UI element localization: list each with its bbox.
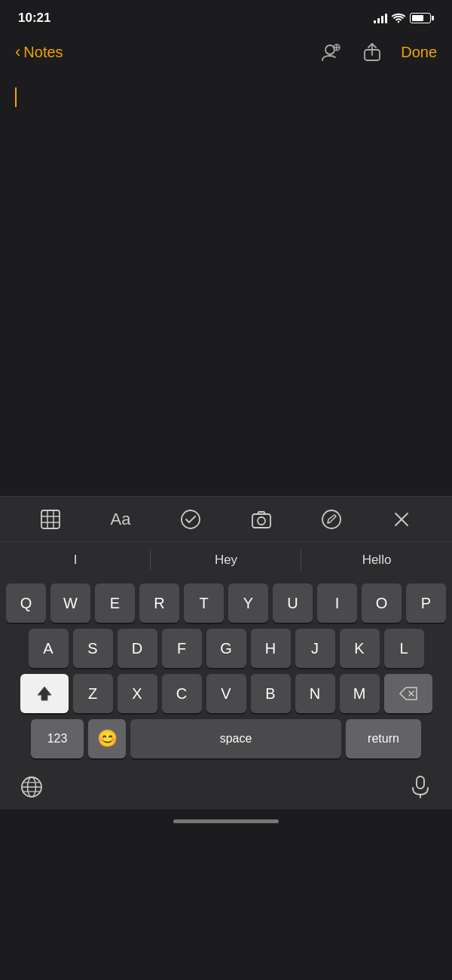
status-time: 10:21 (18, 11, 50, 26)
svg-point-0 (325, 45, 334, 54)
key-y[interactable]: Y (228, 583, 268, 623)
key-r[interactable]: R (139, 583, 179, 623)
back-button[interactable]: ‹ Notes (15, 42, 63, 62)
autocomplete-item-3[interactable]: Hello (301, 542, 452, 577)
autocomplete-bar: I Hey Hello (0, 541, 452, 577)
svg-marker-17 (38, 687, 51, 700)
table-button[interactable] (37, 506, 64, 533)
format-label: Aa (111, 510, 131, 529)
return-button[interactable]: return (346, 719, 421, 758)
home-bar (173, 819, 279, 823)
svg-point-14 (322, 510, 341, 528)
key-o[interactable]: O (362, 583, 402, 623)
key-f[interactable]: F (162, 629, 202, 668)
shift-button[interactable] (20, 674, 69, 713)
keyboard-row-2: A S D F G H J K L (2, 629, 450, 668)
key-w[interactable]: W (50, 583, 90, 623)
keyboard: Q W E R T Y U I O P A S D F G H J K L Z … (0, 577, 452, 767)
key-x[interactable]: X (118, 674, 157, 713)
key-g[interactable]: G (206, 629, 246, 668)
keyboard-row-3: Z X C V B N M (2, 674, 450, 713)
keyboard-bottom-bar (0, 767, 452, 810)
back-label: Notes (23, 44, 63, 61)
numbers-label: 123 (47, 732, 68, 746)
svg-rect-12 (252, 514, 270, 528)
battery-icon (410, 13, 434, 23)
status-icons (374, 13, 434, 23)
space-button[interactable]: space (130, 719, 341, 758)
keyboard-row-4: 123 😊 space return (2, 719, 450, 758)
key-a[interactable]: A (29, 629, 69, 668)
add-collaborator-button[interactable] (319, 40, 344, 64)
key-m[interactable]: M (340, 674, 380, 713)
emoji-button[interactable]: 😊 (88, 719, 126, 758)
autocomplete-item-2[interactable]: Hey (151, 542, 301, 577)
key-e[interactable]: E (95, 583, 135, 623)
key-v[interactable]: V (206, 674, 246, 713)
home-indicator (0, 810, 452, 832)
nav-bar: ‹ Notes Done (0, 33, 452, 74)
key-c[interactable]: C (162, 674, 202, 713)
key-b[interactable]: B (251, 674, 291, 713)
svg-point-13 (258, 517, 265, 525)
back-chevron-icon: ‹ (15, 42, 20, 62)
return-label: return (368, 732, 399, 746)
format-button[interactable]: Aa (107, 506, 134, 533)
key-i[interactable]: I (317, 583, 357, 623)
svg-rect-6 (41, 510, 60, 528)
drawing-button[interactable] (318, 506, 345, 533)
key-h[interactable]: H (251, 629, 291, 668)
key-s[interactable]: S (73, 629, 113, 668)
autocomplete-item-1[interactable]: I (0, 542, 151, 577)
key-q[interactable]: Q (6, 583, 46, 623)
microphone-button[interactable] (407, 773, 434, 801)
text-cursor (15, 87, 17, 107)
checklist-button[interactable] (177, 506, 204, 533)
done-button[interactable]: Done (401, 44, 437, 61)
key-j[interactable]: J (295, 629, 335, 668)
key-p[interactable]: P (406, 583, 446, 623)
numbers-button[interactable]: 123 (31, 719, 84, 758)
nav-actions: Done (319, 40, 437, 64)
svg-rect-25 (417, 776, 424, 789)
globe-button[interactable] (18, 773, 45, 801)
keyboard-row-1: Q W E R T Y U I O P (2, 583, 450, 623)
key-n[interactable]: N (295, 674, 335, 713)
key-u[interactable]: U (273, 583, 313, 623)
space-label: space (220, 732, 252, 746)
key-z[interactable]: Z (73, 674, 113, 713)
key-l[interactable]: L (384, 629, 424, 668)
key-t[interactable]: T (184, 583, 224, 623)
camera-button[interactable] (248, 506, 275, 533)
svg-point-11 (182, 510, 200, 528)
status-bar: 10:21 (0, 0, 452, 33)
signal-icon (374, 13, 387, 23)
keyboard-toolbar: Aa (0, 496, 452, 541)
wifi-icon (392, 13, 405, 23)
note-content-area[interactable] (0, 74, 452, 496)
close-toolbar-button[interactable] (388, 506, 415, 533)
share-button[interactable] (360, 40, 384, 64)
key-d[interactable]: D (118, 629, 157, 668)
key-k[interactable]: K (340, 629, 380, 668)
delete-button[interactable] (384, 674, 432, 713)
